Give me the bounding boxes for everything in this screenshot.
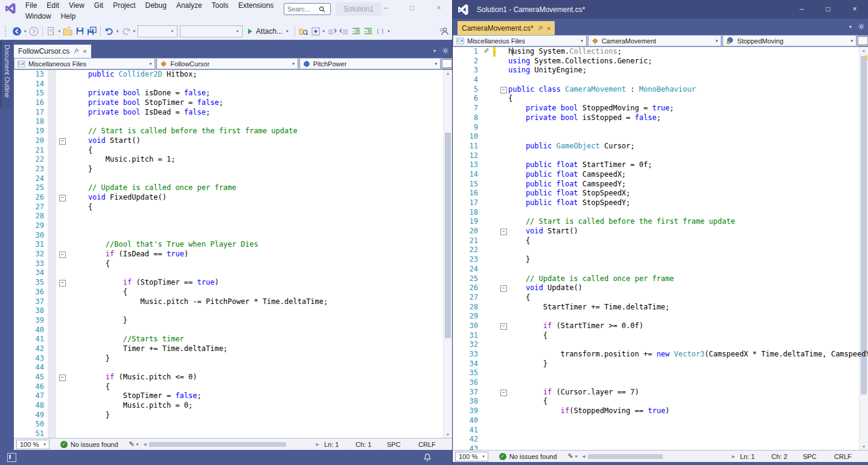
minimize-button[interactable]: – [372,0,399,16]
code-text[interactable]: // Update is called once per frame [71,183,452,193]
code-line[interactable]: 28 [14,212,452,221]
glyph-margin[interactable] [48,326,56,335]
outlining-margin[interactable] [497,189,508,198]
code-line[interactable]: 45− if (Music.pitch <= 0) [14,373,452,382]
outlining-margin[interactable]: − [497,85,508,95]
undo-dropdown-icon[interactable]: ▾ [115,29,120,34]
code-text[interactable]: void Start() [71,136,452,146]
glyph-margin[interactable] [48,335,56,344]
code-line[interactable]: 14 [14,80,452,89]
code-line[interactable]: 32 [453,340,868,350]
menu-edit[interactable]: Edit [42,1,64,10]
code-line[interactable]: 25 // Update is called once per frame [453,274,868,284]
code-line[interactable]: 46 { [14,382,452,392]
quick-search-box[interactable] [284,3,331,15]
code-line[interactable]: 43 [453,444,868,450]
outlining-margin[interactable] [56,146,71,156]
code-line[interactable]: 1✎husing System.Collections; [453,47,868,57]
glyph-margin[interactable] [482,397,497,406]
code-text[interactable] [71,117,452,127]
save-all-button[interactable] [86,25,98,37]
type-dropdown[interactable]: CameraMovement ▾ [588,35,722,46]
fold-collapse-box[interactable]: − [59,280,66,286]
code-text[interactable] [71,221,452,231]
comment-button[interactable] [374,25,386,37]
navigate-forward-button[interactable] [28,25,40,37]
glyph-margin[interactable] [482,416,497,426]
outlining-margin[interactable]: − [497,321,508,331]
member-dropdown[interactable]: PitchPower ▾ [299,58,441,69]
code-line[interactable]: 13 public float StartTimer = 0f; [453,160,868,170]
outlining-margin[interactable] [56,335,71,344]
outlining-margin[interactable] [56,127,71,136]
scroll-left-icon[interactable]: ◀ [143,442,146,447]
fold-collapse-box[interactable]: − [59,195,66,201]
glyph-margin[interactable] [482,123,497,133]
code-line[interactable]: 11 public GameObject Cursor; [453,142,868,151]
code-text[interactable]: Music.pitch = 1; [71,155,452,165]
right-titlebar[interactable]: Solution1 - CameraMovement.cs* – □ × [453,0,868,19]
glyph-margin[interactable] [48,429,56,438]
code-line[interactable]: 12 [453,151,868,161]
outlining-margin[interactable] [56,288,71,297]
code-line[interactable]: 42 Timer += Time.deltaTime; [14,344,452,354]
glyph-margin[interactable] [482,303,497,312]
code-text[interactable]: { [71,203,452,212]
code-text[interactable]: void FixedUpdate() [71,193,452,203]
fold-collapse-box[interactable]: − [500,87,507,93]
document-list-chevron-icon[interactable]: ▾ [433,48,436,54]
code-line[interactable]: 40 [453,416,868,426]
code-text[interactable]: { [508,94,868,104]
outlining-margin[interactable] [56,354,71,364]
fold-collapse-box[interactable]: − [500,229,507,235]
code-text[interactable]: husing System.Collections; [508,47,868,57]
code-text[interactable]: StopTimer = false; [71,391,452,401]
outlining-margin[interactable] [497,265,508,274]
code-line[interactable]: 41 [453,426,868,435]
glyph-margin[interactable] [482,104,497,113]
code-text[interactable]: //Bool that's True when Player Dies [71,240,452,250]
glyph-margin[interactable] [482,444,497,450]
glyph-margin[interactable] [48,136,56,146]
glyph-margin[interactable] [482,312,497,321]
glyph-margin[interactable] [482,293,497,303]
outlining-margin[interactable] [56,108,71,118]
outlining-margin[interactable] [497,378,508,388]
outlining-margin[interactable] [56,401,71,411]
gear-icon[interactable] [442,47,449,54]
code-text[interactable] [71,429,452,438]
glyph-margin[interactable] [48,354,56,364]
glyph-margin[interactable] [48,420,56,429]
outlining-margin[interactable] [497,359,508,369]
hscroll-track[interactable] [587,454,731,460]
navigate-back-button[interactable] [11,25,23,37]
outlining-margin[interactable] [497,236,508,246]
code-text[interactable]: { [71,259,452,269]
tab-cameramovement[interactable]: CameraMovement.cs* × [458,21,555,35]
menu-tools[interactable]: Tools [207,1,234,10]
code-text[interactable] [508,132,868,142]
glyph-margin[interactable] [48,411,56,420]
code-line[interactable]: 31 { [453,331,868,341]
code-line[interactable]: 8 private bool isStopped = false; [453,113,868,123]
code-line[interactable]: 39 } [14,316,452,326]
glyph-margin[interactable] [48,165,56,174]
redo-dropdown-icon[interactable]: ▾ [132,29,137,34]
outlining-margin[interactable] [497,160,508,170]
outlining-margin[interactable] [497,66,508,75]
code-line[interactable]: 47 StopTimer = false; [14,391,452,401]
code-text[interactable]: Music.pitch = 0; [71,401,452,411]
code-line[interactable]: 30 [14,231,452,241]
outlining-margin[interactable] [56,80,71,89]
outlining-margin[interactable]: − [497,388,508,397]
code-text[interactable] [508,312,868,321]
code-line[interactable]: 34 } [453,359,868,369]
editor-splitter-button[interactable] [858,35,868,46]
outlining-margin[interactable]: − [56,193,71,203]
glyph-margin[interactable] [48,89,56,98]
outlining-margin[interactable] [497,350,508,359]
glyph-margin[interactable] [48,382,56,392]
code-line[interactable]: 17 private bool IsDead = false; [14,108,452,118]
outlining-margin[interactable] [56,259,71,269]
search-input[interactable] [284,5,319,13]
